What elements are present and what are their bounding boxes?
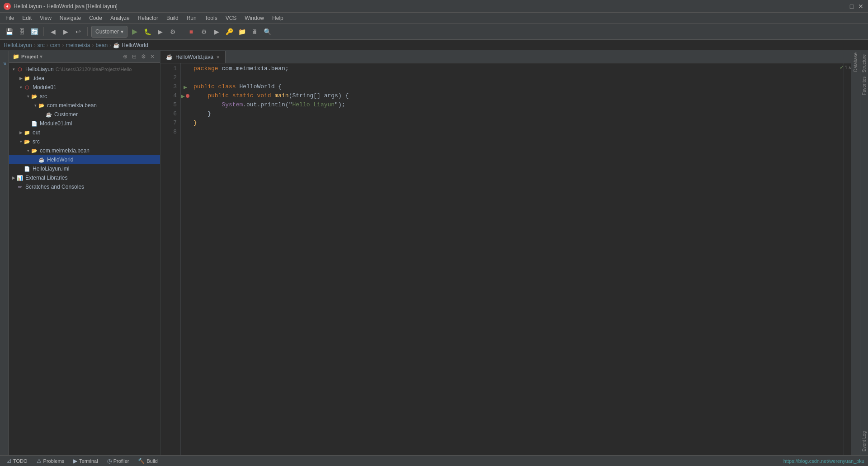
menu-vcs[interactable]: VCS — [222, 14, 241, 22]
toolbar-sync-button[interactable]: 🔄 — [29, 26, 40, 37]
todo-button[interactable]: ☑ TODO — [4, 457, 30, 465]
build-button[interactable]: 🔨 Build — [135, 457, 160, 465]
status-bar-link[interactable]: https://blog.csdn.net/werenyuan_pku — [783, 458, 864, 464]
menu-tools[interactable]: Tools — [201, 14, 221, 22]
structure-panel-button[interactable]: Structure — [860, 52, 868, 75]
menu-refactor[interactable]: Refactor — [134, 14, 162, 22]
tab-close-button[interactable]: ✕ — [216, 55, 220, 60]
tree-item-scratch[interactable]: ▶ ✏ Scratches and Consoles — [9, 182, 160, 191]
menu-run[interactable]: Run — [183, 14, 200, 22]
sidebar-settings-button[interactable]: ⚙ — [139, 52, 147, 61]
tree-item-customer[interactable]: ▶ ☕ Customer — [9, 110, 160, 119]
breadcrumb-file[interactable]: HelloWorld — [122, 42, 148, 48]
tree-label-combean1: com.meimeixia.bean — [47, 102, 97, 109]
type-string: String — [292, 91, 313, 100]
menu-build[interactable]: Build — [163, 14, 182, 22]
toolbar-save-all-button[interactable]: 🗄 — [16, 26, 27, 37]
dot-5b: . — [257, 100, 260, 109]
minimize-button[interactable]: — — [839, 3, 846, 10]
maximize-button[interactable]: □ — [848, 3, 855, 10]
project-tool-button[interactable]: P — [0, 52, 9, 75]
toolbar: 💾 🗄 🔄 ◀ ▶ ↩ Customer ▾ ▶ 🐛 ▶ ⚙ ■ ⚙ ▶ 🔑 📁… — [0, 24, 868, 40]
indent-6: } — [193, 109, 211, 119]
tree-item-extlib[interactable]: ▶ 📊 External Libraries — [9, 173, 160, 182]
problems-button[interactable]: ⚠ Problems — [34, 457, 67, 465]
profile-button[interactable]: ⚙ — [167, 26, 178, 37]
run-config-dropdown[interactable]: Customer ▾ — [91, 26, 127, 38]
breadcrumb-com[interactable]: com — [50, 42, 61, 48]
breadcrumb-src[interactable]: src — [38, 42, 45, 48]
run-gutter-4[interactable]: ▶ — [181, 94, 185, 99]
tree-item-helloliayuniml[interactable]: ▶ 📄 HelloLiayun.iml — [9, 164, 160, 173]
code-line-2 — [193, 73, 840, 82]
tree-item-idea[interactable]: ▶ 📁 .idea — [9, 74, 160, 83]
tree-path-helloliayun: C:\Users\32120\IdeaProjects\Hello — [56, 67, 132, 72]
tab-helloworld[interactable]: ☕ HelloWorld.java ✕ — [160, 51, 226, 63]
menu-view[interactable]: View — [36, 14, 55, 22]
tree-item-src1[interactable]: ▾ 📂 src — [9, 92, 160, 101]
menu-code[interactable]: Code — [85, 14, 106, 22]
toolbar-btn-7[interactable]: 📁 — [236, 26, 247, 37]
tree-item-module01[interactable]: ▾ ⬡ Module01 — [9, 83, 160, 92]
menu-analyze[interactable]: Analyze — [107, 14, 133, 22]
folder-src2-icon: 📂 — [24, 138, 31, 145]
run-button[interactable]: ▶ — [129, 26, 140, 37]
run-coverage-button[interactable]: ▶ — [155, 26, 165, 37]
breadcrumb-helloliayun[interactable]: HelloLiayun — [4, 42, 32, 48]
window-title: HelloLiayun - HelloWorld.java [HelloLiay… — [14, 3, 118, 10]
menu-help[interactable]: Help — [269, 14, 287, 22]
gutter-1 — [181, 64, 190, 73]
breadcrumb-sep-4: › — [92, 42, 94, 48]
toolbar-btn-8[interactable]: 🖥 — [249, 26, 260, 37]
run-gutter-3[interactable]: ▶ — [184, 85, 187, 90]
sidebar-collapse-button[interactable]: ⊟ — [130, 52, 138, 61]
toolbar-search-button[interactable]: 🔍 — [262, 26, 273, 37]
toolbar-btn-6[interactable]: 🔑 — [224, 26, 235, 37]
indent-4 — [193, 91, 208, 100]
sidebar-title: Project — [21, 54, 38, 59]
tree-label-idea: .idea — [33, 75, 44, 81]
menu-file[interactable]: File — [2, 14, 18, 22]
breadcrumb-bean[interactable]: bean — [95, 42, 108, 48]
tree-arrow-module01: ▾ — [18, 85, 24, 90]
tree-item-helloliayun[interactable]: ▾ ⬡ HelloLiayun C:\Users\32120\IdeaProje… — [9, 65, 160, 74]
sidebar-dropdown-icon[interactable]: ▾ — [40, 53, 42, 60]
title-bar-controls[interactable]: — □ ✕ — [839, 3, 864, 10]
line-num-2: 2 — [164, 73, 177, 82]
tree-item-combean2[interactable]: ▾ 📂 com.meimeixia.bean — [9, 146, 160, 155]
tree-item-module01iml[interactable]: ▶ 📄 Module01.iml — [9, 119, 160, 128]
profiler-button[interactable]: ◷ Profiler — [104, 457, 132, 465]
toolbar-save-button[interactable]: 💾 — [4, 26, 14, 37]
line-num-8: 8 — [164, 128, 177, 137]
sidebar-locate-button[interactable]: ⊕ — [121, 52, 129, 61]
event-log-button[interactable]: Event Log — [860, 429, 868, 453]
breadcrumb-meimeixia[interactable]: meimeixia — [66, 42, 90, 48]
module01-icon: ⬡ — [24, 84, 31, 91]
debug-button[interactable]: 🐛 — [142, 26, 153, 37]
tree-item-src2[interactable]: ▾ 📂 src — [9, 137, 160, 146]
stop-button[interactable]: ■ — [186, 26, 197, 37]
tree-item-out[interactable]: ▶ 📁 out — [9, 128, 160, 137]
folder-combean1-icon: 📂 — [38, 102, 45, 109]
editor-area: ☕ HelloWorld.java ✕ 1 2 3 4 5 6 7 8 — [160, 51, 851, 455]
code-content[interactable]: package com.meimeixia.bean; public class… — [190, 63, 844, 455]
build-icon: 🔨 — [138, 458, 145, 464]
menu-window[interactable]: Window — [241, 14, 268, 22]
kw-class: class — [218, 82, 240, 91]
database-panel-button[interactable]: Database — [853, 52, 858, 72]
tree-item-combean1[interactable]: ▾ 📂 com.meimeixia.bean — [9, 101, 160, 110]
toolbar-recent-button[interactable]: ↩ — [73, 26, 84, 37]
tree-item-helloworld[interactable]: ▶ ☕ HelloWorld — [9, 155, 160, 164]
brace-close-7: } — [193, 119, 197, 128]
toolbar-btn-4[interactable]: ⚙ — [198, 26, 209, 37]
menu-edit[interactable]: Edit — [19, 14, 35, 22]
sidebar-close-button[interactable]: ✕ — [148, 52, 156, 61]
folder-combean2-icon: 📂 — [31, 147, 38, 154]
menu-navigate[interactable]: Navigate — [56, 14, 85, 22]
favorites-panel-button[interactable]: Favorites — [860, 75, 868, 97]
toolbar-btn-5[interactable]: ▶ — [211, 26, 222, 37]
terminal-button[interactable]: ▶ Terminal — [71, 457, 101, 465]
close-button[interactable]: ✕ — [857, 3, 864, 10]
toolbar-forward-button[interactable]: ▶ — [60, 26, 71, 37]
toolbar-back-button[interactable]: ◀ — [47, 26, 58, 37]
